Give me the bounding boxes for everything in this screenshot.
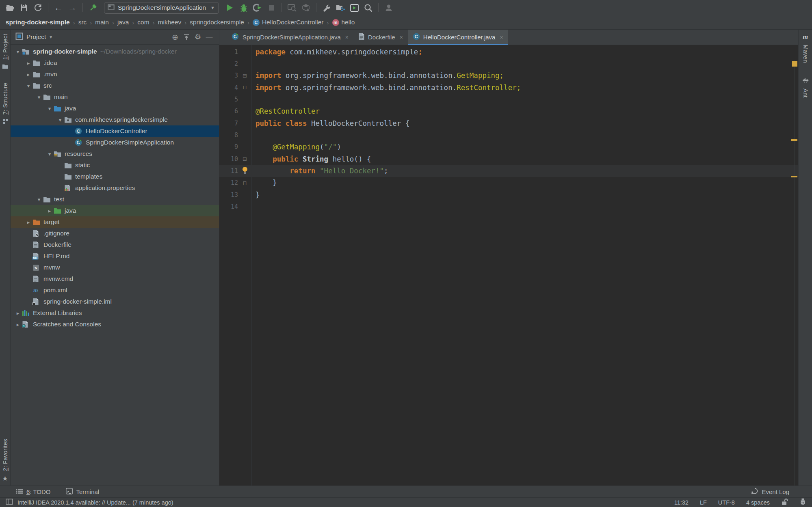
- chevron-collapsed-icon[interactable]: ▸: [24, 219, 32, 225]
- run-icon[interactable]: [223, 2, 237, 14]
- tree-row-external-libraries[interactable]: ▸ External Libraries: [11, 307, 219, 319]
- debug-icon[interactable]: [237, 2, 251, 14]
- tree-row-dockerfile[interactable]: Dockerfile: [11, 239, 219, 250]
- tool-window-button-terminal[interactable]: >_ Terminal: [66, 488, 99, 496]
- error-stripe[interactable]: [791, 60, 798, 485]
- breadcrumb-item-com[interactable]: com: [137, 19, 149, 26]
- fold-marker-icon[interactable]: ⊔: [243, 84, 247, 91]
- tool-window-button-maven[interactable]: m Maven: [802, 33, 809, 63]
- tool-window-button-structure[interactable]: 7: Structure: [2, 83, 9, 126]
- chevron-down-icon[interactable]: ▼: [49, 35, 53, 39]
- tree-row-target[interactable]: ▸ target: [11, 216, 219, 228]
- run-anything-icon[interactable]: [347, 2, 361, 14]
- chevron-expanded-icon[interactable]: ▾: [56, 117, 64, 123]
- chevron-collapsed-icon[interactable]: ▸: [45, 208, 54, 214]
- tree-row-spring-docker-simple[interactable]: ▾ spring-docker-simple ~/Downloads/sprin…: [11, 46, 219, 57]
- chevron-collapsed-icon[interactable]: ▸: [14, 310, 22, 316]
- back-icon[interactable]: ←: [52, 2, 65, 14]
- event-log-button[interactable]: Event Log: [751, 488, 789, 496]
- code-line-12[interactable]: 12 ⊓ }: [219, 177, 798, 189]
- caret-position[interactable]: 11:32: [674, 499, 689, 506]
- tree-row-mvnw[interactable]: > mvnw: [11, 262, 219, 273]
- avatar-icon[interactable]: [382, 2, 396, 14]
- tool-window-button-favorites[interactable]: 2: Favorites ★: [2, 439, 9, 482]
- status-message[interactable]: IntelliJ IDEA 2020.1.4 available: // Upd…: [17, 499, 173, 506]
- chevron-collapsed-icon[interactable]: ▸: [14, 321, 22, 328]
- intention-bulb-icon[interactable]: [242, 166, 248, 175]
- run-configuration-select[interactable]: SpringDockerSimpleApplication ▼: [104, 2, 219, 14]
- breadcrumb-item-HelloDockerController[interactable]: CHelloDockerController: [253, 19, 324, 26]
- lock-open-icon[interactable]: [781, 498, 788, 507]
- tree-row-resources[interactable]: ▾ resources: [11, 148, 219, 160]
- tree-row-scratches-and-consoles[interactable]: ▸ Scratches and Consoles: [11, 319, 219, 330]
- tree-row-test[interactable]: ▾ test: [11, 194, 219, 205]
- tree-row-spring-docker-simple.iml[interactable]: spring-docker-simple.iml: [11, 296, 219, 307]
- tool-window-button-project[interactable]: 1: Project: [2, 34, 9, 71]
- build-hammer-icon[interactable]: [86, 2, 100, 14]
- project-panel-title[interactable]: Project: [26, 33, 46, 41]
- tool-window-button-todo[interactable]: 6: TODO: [16, 488, 50, 495]
- close-icon[interactable]: ×: [345, 34, 349, 41]
- warning-stripe-mark[interactable]: [791, 139, 797, 141]
- code-editor[interactable]: 1 package com.mikheev.springdockersimple…: [219, 45, 798, 485]
- breadcrumb-item-hello[interactable]: mhello: [332, 19, 355, 26]
- chevron-expanded-icon[interactable]: ▾: [24, 83, 32, 89]
- tree-row-hellodockercontroller[interactable]: C HelloDockerController: [11, 125, 219, 137]
- tool-window-button-ant[interactable]: Ant: [802, 78, 809, 98]
- breadcrumb-item-src[interactable]: src: [78, 19, 87, 26]
- code-line-6[interactable]: 6 @RestController: [219, 106, 798, 117]
- search-everywhere-icon[interactable]: [361, 2, 375, 14]
- tree-row-java[interactable]: ▸ java: [11, 205, 219, 216]
- fold-marker-icon[interactable]: ⊟: [243, 73, 247, 79]
- tree-row-pom.xml[interactable]: m pom.xml: [11, 285, 219, 296]
- code-line-11[interactable]: 11 return "Hello Docker!";: [219, 165, 798, 177]
- tree-row-main[interactable]: ▾ main: [11, 91, 219, 103]
- chevron-collapsed-icon[interactable]: ▸: [24, 60, 32, 66]
- code-line-10[interactable]: 10 ⊟ public String hello() {: [219, 153, 798, 165]
- wrench-settings-icon[interactable]: [320, 2, 333, 14]
- chevron-expanded-icon[interactable]: ▾: [45, 151, 54, 157]
- breadcrumb-item-springdockersimple[interactable]: springdockersimple: [190, 19, 244, 26]
- code-line-8[interactable]: 8: [219, 129, 798, 141]
- stop-icon[interactable]: [264, 2, 278, 14]
- editor-tab-hellodockercontroller.java[interactable]: C HelloDockerController.java ×: [408, 30, 508, 45]
- breadcrumb-item-spring-docker-simple[interactable]: spring-docker-simple: [6, 19, 70, 26]
- warning-stripe-mark[interactable]: [792, 61, 797, 67]
- editor-tab-dockerfile[interactable]: Dockerfile ×: [353, 30, 408, 45]
- line-ending[interactable]: LF: [700, 499, 707, 506]
- code-line-4[interactable]: 4 ⊔ import org.springframework.web.bind.…: [219, 82, 798, 93]
- tree-row-com.mikheev.springdockersimple[interactable]: ▾ com.mikheev.springdockersimple: [11, 114, 219, 125]
- tree-row-application.properties[interactable]: application.properties: [11, 182, 219, 194]
- update-app-icon[interactable]: [299, 2, 313, 14]
- project-structure-icon[interactable]: [333, 2, 347, 14]
- code-line-7[interactable]: 7 public class HelloDockerController {: [219, 117, 798, 129]
- settings-gear-icon[interactable]: ⚙: [192, 32, 204, 42]
- chevron-collapsed-icon[interactable]: ▸: [24, 71, 32, 78]
- tree-row-templates[interactable]: templates: [11, 171, 219, 182]
- collapse-all-icon[interactable]: [181, 32, 192, 42]
- synchronize-icon[interactable]: [31, 2, 45, 14]
- save-all-icon[interactable]: [17, 2, 31, 14]
- tree-row-springdockersimpleapplication[interactable]: C SpringDockerSimpleApplication: [11, 137, 219, 148]
- forward-icon[interactable]: →: [65, 2, 79, 14]
- tree-row-help.md[interactable]: MD HELP.md: [11, 250, 219, 262]
- hide-icon[interactable]: —: [204, 32, 215, 42]
- tree-row-src[interactable]: ▾ src: [11, 80, 219, 91]
- chevron-expanded-icon[interactable]: ▾: [14, 49, 22, 55]
- code-line-1[interactable]: 1 package com.mikheev.springdockersimple…: [219, 46, 798, 58]
- breadcrumb-item-mikheev[interactable]: mikheev: [158, 19, 182, 26]
- fold-marker-icon[interactable]: ⊟: [243, 156, 247, 162]
- breadcrumb-item-main[interactable]: main: [95, 19, 109, 26]
- inspector-hector-icon[interactable]: [799, 498, 806, 507]
- open-project-icon[interactable]: [3, 2, 17, 14]
- code-line-9[interactable]: 9 @GetMapping("/"): [219, 141, 798, 153]
- locate-icon[interactable]: ⊕: [169, 32, 181, 42]
- panel-toggle-icon[interactable]: [6, 498, 13, 506]
- code-line-13[interactable]: 13 }: [219, 189, 798, 201]
- code-line-14[interactable]: 14: [219, 201, 798, 212]
- tree-row-.gitignore[interactable]: .gitignore: [11, 228, 219, 239]
- code-line-2[interactable]: 2: [219, 58, 798, 69]
- chevron-expanded-icon[interactable]: ▾: [45, 106, 54, 112]
- warning-stripe-mark[interactable]: [791, 176, 797, 177]
- chevron-expanded-icon[interactable]: ▾: [35, 94, 43, 100]
